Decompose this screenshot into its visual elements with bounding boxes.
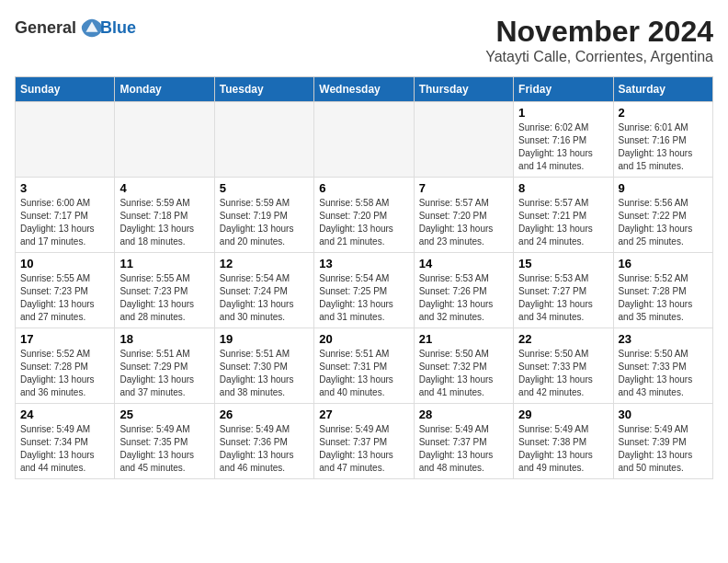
calendar-cell: 19Sunrise: 5:51 AM Sunset: 7:30 PM Dayli… — [214, 328, 313, 404]
calendar-cell: 24Sunrise: 5:49 AM Sunset: 7:34 PM Dayli… — [16, 404, 115, 479]
calendar-cell — [314, 102, 414, 178]
day-number: 14 — [419, 257, 508, 270]
day-number: 30 — [619, 408, 708, 421]
day-number: 10 — [20, 257, 109, 270]
day-number: 9 — [619, 181, 708, 195]
logo: General Blue — [15, 15, 136, 40]
calendar-cell: 27Sunrise: 5:49 AM Sunset: 7:37 PM Dayli… — [314, 404, 414, 479]
day-number: 24 — [20, 408, 109, 421]
logo-text-general: General — [15, 18, 76, 38]
day-number: 28 — [419, 408, 508, 421]
calendar-week-row: 17Sunrise: 5:52 AM Sunset: 7:28 PM Dayli… — [16, 328, 713, 404]
calendar-cell: 6Sunrise: 5:58 AM Sunset: 7:20 PM Daylig… — [314, 178, 414, 253]
calendar-cell: 23Sunrise: 5:50 AM Sunset: 7:33 PM Dayli… — [613, 328, 712, 404]
day-info: Sunrise: 5:49 AM Sunset: 7:38 PM Dayligh… — [518, 423, 608, 475]
day-number: 18 — [119, 332, 209, 346]
calendar-cell: 30Sunrise: 5:49 AM Sunset: 7:39 PM Dayli… — [613, 404, 712, 479]
month-title: November 2024 — [485, 15, 713, 49]
calendar-cell: 12Sunrise: 5:54 AM Sunset: 7:24 PM Dayli… — [214, 253, 313, 328]
calendar-cell: 3Sunrise: 6:00 AM Sunset: 7:17 PM Daylig… — [16, 178, 115, 253]
weekday-header: Thursday — [414, 77, 513, 102]
calendar-cell: 14Sunrise: 5:53 AM Sunset: 7:26 PM Dayli… — [414, 253, 513, 328]
weekday-header: Monday — [115, 77, 214, 102]
day-number: 8 — [518, 181, 608, 195]
day-info: Sunrise: 5:50 AM Sunset: 7:33 PM Dayligh… — [619, 348, 708, 399]
day-info: Sunrise: 5:53 AM Sunset: 7:26 PM Dayligh… — [419, 272, 508, 324]
calendar-cell — [214, 102, 313, 178]
day-number: 19 — [220, 332, 309, 346]
day-info: Sunrise: 5:57 AM Sunset: 7:21 PM Dayligh… — [518, 197, 608, 248]
day-info: Sunrise: 5:54 AM Sunset: 7:25 PM Dayligh… — [319, 272, 408, 324]
calendar-cell: 8Sunrise: 5:57 AM Sunset: 7:21 PM Daylig… — [514, 178, 613, 253]
day-number: 20 — [319, 332, 408, 346]
calendar-cell: 9Sunrise: 5:56 AM Sunset: 7:22 PM Daylig… — [613, 178, 712, 253]
day-info: Sunrise: 5:53 AM Sunset: 7:27 PM Dayligh… — [518, 272, 608, 324]
day-number: 16 — [619, 257, 708, 270]
day-number: 3 — [20, 181, 109, 195]
logo-text-blue: Blue — [100, 18, 136, 38]
calendar-week-row: 1Sunrise: 6:02 AM Sunset: 7:16 PM Daylig… — [16, 102, 713, 178]
day-number: 13 — [319, 257, 408, 270]
calendar-cell: 17Sunrise: 5:52 AM Sunset: 7:28 PM Dayli… — [16, 328, 115, 404]
weekday-header-row: SundayMondayTuesdayWednesdayThursdayFrid… — [16, 77, 713, 102]
calendar-cell: 16Sunrise: 5:52 AM Sunset: 7:28 PM Dayli… — [613, 253, 712, 328]
day-number: 21 — [419, 332, 508, 346]
day-info: Sunrise: 5:49 AM Sunset: 7:35 PM Dayligh… — [119, 423, 209, 475]
calendar-cell: 2Sunrise: 6:01 AM Sunset: 7:16 PM Daylig… — [613, 102, 712, 178]
day-info: Sunrise: 5:51 AM Sunset: 7:29 PM Dayligh… — [119, 348, 209, 399]
day-number: 26 — [220, 408, 309, 421]
day-info: Sunrise: 5:51 AM Sunset: 7:30 PM Dayligh… — [220, 348, 309, 399]
day-number: 25 — [119, 408, 209, 421]
day-info: Sunrise: 5:55 AM Sunset: 7:23 PM Dayligh… — [119, 272, 209, 324]
calendar-cell: 4Sunrise: 5:59 AM Sunset: 7:18 PM Daylig… — [115, 178, 214, 253]
day-info: Sunrise: 5:49 AM Sunset: 7:37 PM Dayligh… — [319, 423, 408, 475]
weekday-header: Wednesday — [314, 77, 414, 102]
calendar-cell: 5Sunrise: 5:59 AM Sunset: 7:19 PM Daylig… — [214, 178, 313, 253]
weekday-header: Sunday — [16, 77, 115, 102]
day-info: Sunrise: 5:49 AM Sunset: 7:39 PM Dayligh… — [619, 423, 708, 475]
day-number: 11 — [119, 257, 209, 270]
day-info: Sunrise: 5:51 AM Sunset: 7:31 PM Dayligh… — [319, 348, 408, 399]
title-area: November 2024 Yatayti Calle, Corrientes,… — [485, 15, 713, 65]
header: General Blue November 2024 Yatayti Calle… — [15, 15, 713, 65]
day-info: Sunrise: 5:50 AM Sunset: 7:33 PM Dayligh… — [518, 348, 608, 399]
day-info: Sunrise: 5:49 AM Sunset: 7:36 PM Dayligh… — [220, 423, 309, 475]
calendar-week-row: 3Sunrise: 6:00 AM Sunset: 7:17 PM Daylig… — [16, 178, 713, 253]
calendar-cell: 29Sunrise: 5:49 AM Sunset: 7:38 PM Dayli… — [514, 404, 613, 479]
calendar-cell: 20Sunrise: 5:51 AM Sunset: 7:31 PM Dayli… — [314, 328, 414, 404]
calendar-cell: 1Sunrise: 6:02 AM Sunset: 7:16 PM Daylig… — [514, 102, 613, 178]
calendar-week-row: 10Sunrise: 5:55 AM Sunset: 7:23 PM Dayli… — [16, 253, 713, 328]
day-number: 7 — [419, 181, 508, 195]
day-info: Sunrise: 5:54 AM Sunset: 7:24 PM Dayligh… — [220, 272, 309, 324]
day-number: 17 — [20, 332, 109, 346]
day-info: Sunrise: 5:49 AM Sunset: 7:34 PM Dayligh… — [20, 423, 109, 475]
calendar-cell: 7Sunrise: 5:57 AM Sunset: 7:20 PM Daylig… — [414, 178, 513, 253]
day-info: Sunrise: 5:59 AM Sunset: 7:18 PM Dayligh… — [119, 197, 209, 248]
day-number: 1 — [518, 106, 608, 120]
calendar-cell — [115, 102, 214, 178]
calendar-cell: 18Sunrise: 5:51 AM Sunset: 7:29 PM Dayli… — [115, 328, 214, 404]
day-number: 12 — [220, 257, 309, 270]
day-number: 4 — [119, 181, 209, 195]
day-info: Sunrise: 5:52 AM Sunset: 7:28 PM Dayligh… — [20, 348, 109, 399]
calendar-cell: 11Sunrise: 5:55 AM Sunset: 7:23 PM Dayli… — [115, 253, 214, 328]
day-info: Sunrise: 5:55 AM Sunset: 7:23 PM Dayligh… — [20, 272, 109, 324]
weekday-header: Tuesday — [214, 77, 313, 102]
day-number: 15 — [518, 257, 608, 270]
day-number: 22 — [518, 332, 608, 346]
day-info: Sunrise: 5:49 AM Sunset: 7:37 PM Dayligh… — [419, 423, 508, 475]
day-info: Sunrise: 5:57 AM Sunset: 7:20 PM Dayligh… — [419, 197, 508, 248]
calendar-week-row: 24Sunrise: 5:49 AM Sunset: 7:34 PM Dayli… — [16, 404, 713, 479]
weekday-header: Friday — [514, 77, 613, 102]
day-info: Sunrise: 5:56 AM Sunset: 7:22 PM Dayligh… — [619, 197, 708, 248]
day-number: 29 — [518, 408, 608, 421]
day-number: 23 — [619, 332, 708, 346]
location-title: Yatayti Calle, Corrientes, Argentina — [485, 49, 713, 65]
day-info: Sunrise: 5:58 AM Sunset: 7:20 PM Dayligh… — [319, 197, 408, 248]
calendar-cell: 10Sunrise: 5:55 AM Sunset: 7:23 PM Dayli… — [16, 253, 115, 328]
day-number: 5 — [220, 181, 309, 195]
calendar-table: SundayMondayTuesdayWednesdayThursdayFrid… — [15, 76, 713, 479]
calendar-cell: 21Sunrise: 5:50 AM Sunset: 7:32 PM Dayli… — [414, 328, 513, 404]
calendar-cell: 22Sunrise: 5:50 AM Sunset: 7:33 PM Dayli… — [514, 328, 613, 404]
day-info: Sunrise: 5:59 AM Sunset: 7:19 PM Dayligh… — [220, 197, 309, 248]
